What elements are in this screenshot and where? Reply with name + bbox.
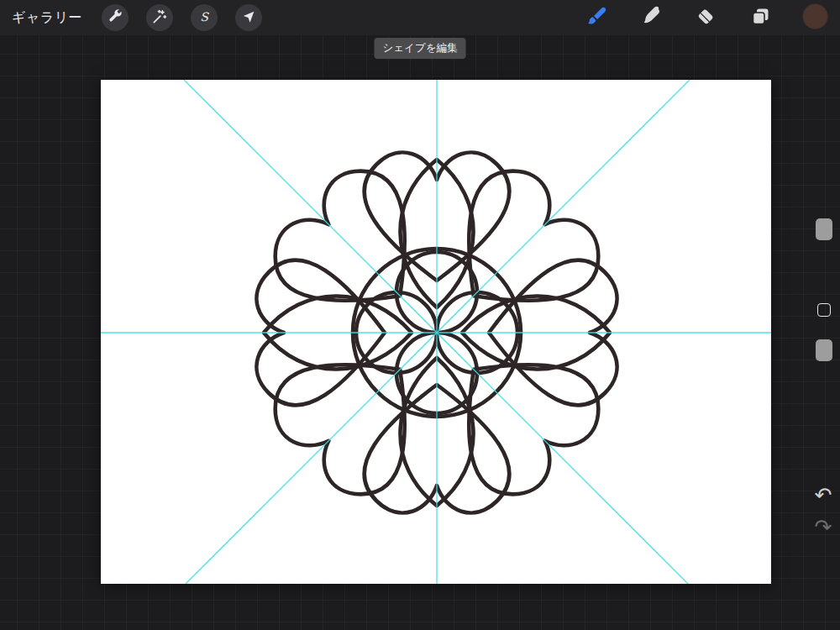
layers-button[interactable] (747, 4, 774, 31)
adjustments-button[interactable] (146, 4, 173, 31)
drawing-canvas[interactable] (101, 80, 771, 584)
canvas-artwork (101, 80, 771, 584)
smudge-tool-button[interactable] (638, 4, 664, 31)
brush-size-slider[interactable] (816, 218, 832, 240)
wrench-icon (107, 8, 123, 28)
gallery-button[interactable]: ギャラリー (12, 9, 82, 27)
magic-wand-icon (151, 8, 168, 28)
color-button[interactable] (801, 4, 828, 31)
color-swatch (801, 3, 829, 33)
erase-tool-button[interactable] (692, 4, 719, 31)
guide-diagonal-2 (186, 80, 690, 584)
smudge-icon (640, 5, 663, 30)
opacity-slider[interactable] (816, 339, 832, 361)
top-toolbar: ギャラリー S (0, 0, 840, 35)
edit-shape-tooltip: シェイプを編集 (375, 38, 466, 59)
right-tool-group (583, 4, 828, 31)
undo-button[interactable]: ↶ (810, 482, 837, 509)
layers-icon (749, 5, 772, 30)
redo-button[interactable]: ↷ (810, 514, 837, 541)
selection-button[interactable]: S (191, 4, 218, 31)
guide-diagonal-1 (184, 80, 688, 584)
actions-button[interactable] (102, 4, 129, 31)
transform-button[interactable] (235, 4, 262, 31)
svg-text:S: S (200, 9, 209, 23)
paint-tool-button[interactable] (583, 4, 610, 31)
eraser-icon (695, 5, 717, 30)
modify-button[interactable] (817, 303, 831, 317)
symmetry-guides (101, 80, 771, 584)
paintbrush-icon (585, 5, 608, 30)
transform-arrow-icon (240, 8, 257, 28)
selection-s-icon: S (196, 8, 213, 28)
